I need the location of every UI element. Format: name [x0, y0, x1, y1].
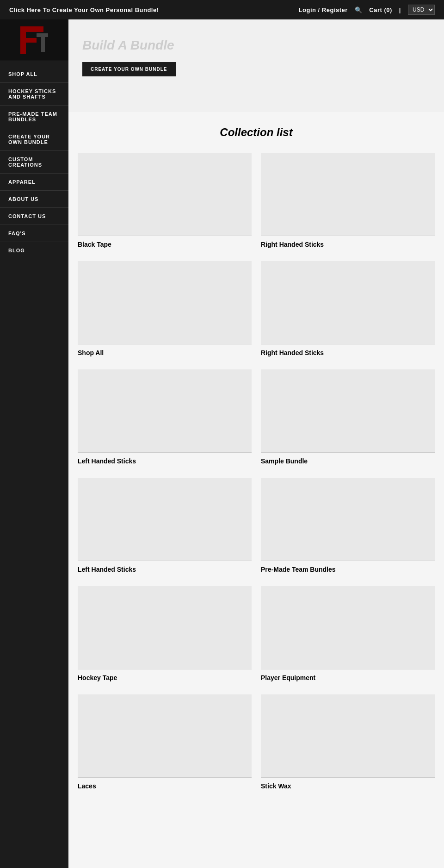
sidebar: SHOP ALL HOCKEY STICKS AND SHAFTS PRE-MA… [0, 19, 68, 868]
left-handed-2-label: Left Handed Sticks [78, 565, 252, 577]
hero-title: Build A Bundle [82, 38, 430, 53]
right-handed-2-label: Right Handed Sticks [261, 348, 435, 360]
player-equipment-image [261, 586, 435, 669]
hockey-tape-label: Hockey Tape [78, 673, 252, 685]
sidebar-item-shop-all[interactable]: SHOP ALL [0, 66, 68, 83]
sidebar-item-hockey-sticks[interactable]: HOCKEY STICKS AND SHAFTS [0, 83, 68, 106]
create-bundle-button[interactable]: create Your OWN BUNDLE [82, 62, 176, 76]
right-handed-image [261, 153, 435, 236]
laces-image [78, 694, 252, 778]
main-content: Build A Bundle create Your OWN BUNDLE Co… [68, 19, 444, 868]
nav-right: Login / Register 🔍 Cart (0) | USD CAD EU… [299, 5, 435, 15]
collection-item-right-handed-2[interactable]: Right Handed Sticks [261, 261, 435, 360]
sidebar-logo[interactable] [0, 19, 68, 61]
collection-item-left-handed-2[interactable]: Left Handed Sticks [78, 478, 252, 577]
right-handed-label: Right Handed Sticks [261, 240, 435, 252]
right-handed-2-image [261, 261, 435, 344]
left-handed-2-image [78, 478, 252, 561]
shop-all-label: Shop All [78, 348, 252, 360]
collection-title: Collection list [78, 126, 435, 139]
left-handed-label: Left Handed Sticks [78, 456, 252, 468]
laces-label: Laces [78, 781, 252, 793]
collection-item-premade-bundles[interactable]: Pre-Made Team Bundles [261, 478, 435, 577]
premade-bundles-label: Pre-Made Team Bundles [261, 565, 435, 577]
login-register-link[interactable]: Login / Register [299, 6, 348, 13]
sample-bundle-label: Sample Bundle [261, 456, 435, 468]
collection-grid: Black Tape Right Handed Sticks Shop All … [78, 153, 435, 793]
sample-bundle-image [261, 369, 435, 453]
collection-item-sample-bundle[interactable]: Sample Bundle [261, 369, 435, 468]
player-equipment-label: Player Equipment [261, 673, 435, 685]
collection-item-hockey-tape[interactable]: Hockey Tape [78, 586, 252, 685]
search-icon[interactable]: 🔍 [355, 6, 363, 13]
svg-rect-1 [20, 26, 43, 32]
announcement-text[interactable]: Click Here To Create Your Own Personal B… [9, 6, 159, 13]
sidebar-item-contact[interactable]: CONTACT US [0, 208, 68, 225]
collection-item-black-tape[interactable]: Black Tape [78, 153, 252, 252]
svg-rect-4 [41, 33, 45, 52]
sidebar-item-faqs[interactable]: FAQ'S [0, 225, 68, 242]
currency-select[interactable]: USD CAD EUR [408, 5, 435, 15]
stick-wax-label: Stick Wax [261, 781, 435, 793]
collection-item-player-equipment[interactable]: Player Equipment [261, 586, 435, 685]
black-tape-label: Black Tape [78, 240, 252, 252]
sidebar-nav: SHOP ALL HOCKEY STICKS AND SHAFTS PRE-MA… [0, 61, 68, 264]
sidebar-item-custom[interactable]: CUSTOM CREATIONS [0, 151, 68, 174]
black-tape-image [78, 153, 252, 236]
layout: SHOP ALL HOCKEY STICKS AND SHAFTS PRE-MA… [0, 19, 444, 868]
hero-button-container: create Your OWN BUNDLE [82, 62, 430, 76]
announcement-bar: Click Here To Create Your Own Personal B… [0, 0, 444, 19]
sidebar-item-pre-made[interactable]: PRE-MADE TEAM BUNDLES [0, 106, 68, 128]
collection-item-right-handed[interactable]: Right Handed Sticks [261, 153, 435, 252]
hockey-tape-image [78, 586, 252, 669]
sidebar-item-blog[interactable]: BLOG [0, 242, 68, 259]
sidebar-item-create-bundle[interactable]: CREATE YOUR OWN BUNDLE [0, 128, 68, 151]
shop-all-image [78, 261, 252, 344]
sidebar-item-apparel[interactable]: APPAREL [0, 174, 68, 191]
collection-section: Collection list Black Tape Right Handed … [68, 112, 444, 807]
hero-section: Build A Bundle create Your OWN BUNDLE [68, 19, 444, 112]
collection-item-shop-all[interactable]: Shop All [78, 261, 252, 360]
collection-item-stick-wax[interactable]: Stick Wax [261, 694, 435, 793]
left-handed-image [78, 369, 252, 453]
divider: | [399, 6, 401, 13]
premade-bundles-image [261, 478, 435, 561]
stick-wax-image [261, 694, 435, 778]
collection-item-left-handed[interactable]: Left Handed Sticks [78, 369, 252, 468]
collection-item-laces[interactable]: Laces [78, 694, 252, 793]
svg-rect-2 [20, 38, 37, 43]
cart-link[interactable]: Cart (0) [369, 6, 392, 13]
sidebar-item-about[interactable]: ABOUT US [0, 191, 68, 208]
